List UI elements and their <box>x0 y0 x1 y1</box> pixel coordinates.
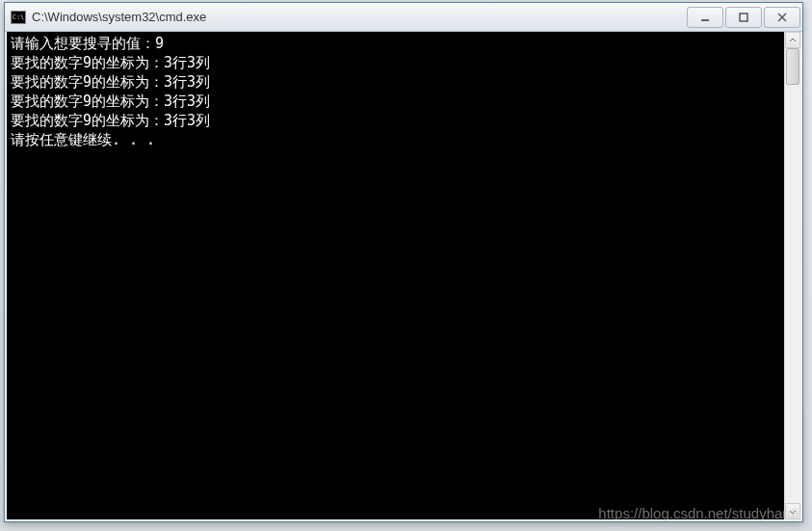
console-output[interactable]: 请输入想要搜寻的值：9 要找的数字9的坐标为：3行3列 要找的数字9的坐标为：3… <box>7 32 784 519</box>
chevron-up-icon <box>789 37 797 44</box>
close-button[interactable] <box>764 7 800 28</box>
vertical-scrollbar[interactable] <box>784 32 800 519</box>
maximize-icon <box>738 12 749 23</box>
window-controls <box>687 7 800 28</box>
console-line: 请输入想要搜寻的值：9 <box>11 35 164 52</box>
cmd-window: C:\ C:\Windows\system32\cmd.exe 请输入想要搜寻的… <box>4 2 803 522</box>
scroll-thumb[interactable] <box>786 48 799 85</box>
chevron-down-icon <box>789 508 797 516</box>
console-line: 要找的数字9的坐标为：3行3列 <box>11 54 210 71</box>
maximize-button[interactable] <box>725 7 762 28</box>
scroll-up-button[interactable] <box>785 32 800 48</box>
minimize-icon <box>699 12 711 23</box>
scroll-track[interactable] <box>785 48 800 503</box>
console-line: 请按任意键继续. . . <box>11 131 155 148</box>
minimize-button[interactable] <box>687 7 723 28</box>
console-area: 请输入想要搜寻的值：9 要找的数字9的坐标为：3行3列 要找的数字9的坐标为：3… <box>5 32 802 521</box>
console-line: 要找的数字9的坐标为：3行3列 <box>11 73 210 91</box>
titlebar[interactable]: C:\ C:\Windows\system32\cmd.exe <box>5 3 802 32</box>
window-title: C:\Windows\system32\cmd.exe <box>32 10 687 24</box>
scroll-down-button[interactable] <box>785 503 800 519</box>
cmd-icon: C:\ <box>11 11 26 24</box>
svg-rect-1 <box>740 13 747 21</box>
close-icon <box>776 12 788 23</box>
console-line: 要找的数字9的坐标为：3行3列 <box>11 93 210 110</box>
console-line: 要找的数字9的坐标为：3行3列 <box>11 112 210 129</box>
